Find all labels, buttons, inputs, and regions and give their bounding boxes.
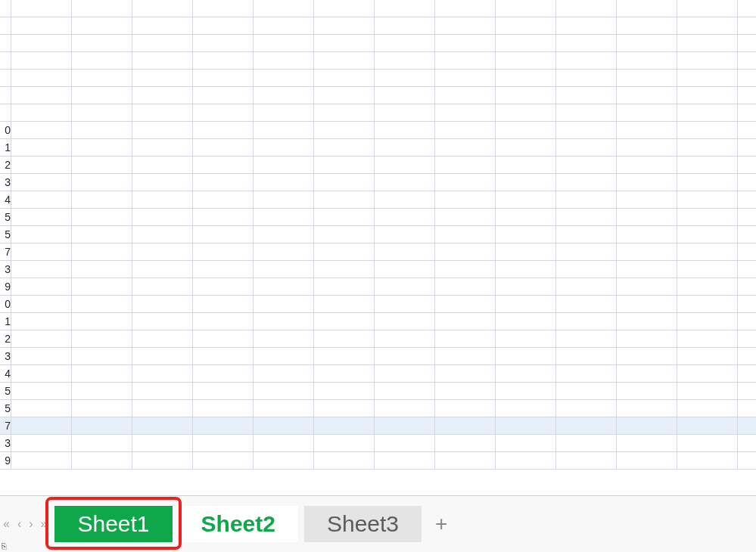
cell[interactable] <box>254 348 314 365</box>
cell[interactable] <box>496 35 556 52</box>
cell[interactable] <box>435 70 496 87</box>
cell[interactable] <box>617 191 677 209</box>
cell[interactable] <box>738 435 756 452</box>
cell[interactable] <box>254 174 314 191</box>
cell[interactable] <box>556 0 617 17</box>
cell[interactable] <box>738 122 756 139</box>
cell[interactable] <box>254 0 314 17</box>
cell[interactable] <box>375 157 435 174</box>
cell[interactable] <box>677 122 738 139</box>
cell[interactable] <box>193 174 254 191</box>
cell[interactable] <box>72 296 132 313</box>
add-sheet-button[interactable]: + <box>425 512 458 536</box>
cell[interactable] <box>617 330 677 348</box>
spreadsheet-row[interactable]: 1 <box>0 139 756 157</box>
cell[interactable] <box>496 104 556 122</box>
cell[interactable] <box>11 435 72 452</box>
cell[interactable] <box>738 365 756 383</box>
cell[interactable] <box>132 87 193 104</box>
cell[interactable] <box>435 209 496 226</box>
cell[interactable] <box>617 87 677 104</box>
cell[interactable] <box>254 261 314 278</box>
cell[interactable] <box>496 296 556 313</box>
cell[interactable] <box>617 157 677 174</box>
cell[interactable] <box>556 243 617 261</box>
cell[interactable] <box>677 261 738 278</box>
spreadsheet-row[interactable]: 9 <box>0 278 756 296</box>
cell[interactable] <box>193 243 254 261</box>
row-header[interactable]: 4 <box>0 365 11 383</box>
cell[interactable] <box>435 174 496 191</box>
cell[interactable] <box>11 383 72 400</box>
cell[interactable] <box>677 17 738 35</box>
row-header[interactable]: 1 <box>0 313 11 330</box>
cell[interactable] <box>738 313 756 330</box>
row-header[interactable] <box>0 17 11 35</box>
spreadsheet-row[interactable]: 4 <box>0 365 756 383</box>
cell[interactable] <box>11 209 72 226</box>
cell[interactable] <box>617 226 677 243</box>
cell[interactable] <box>11 348 72 365</box>
cell[interactable] <box>11 313 72 330</box>
cell[interactable] <box>435 278 496 296</box>
cell[interactable] <box>132 296 193 313</box>
cell[interactable] <box>738 226 756 243</box>
cell[interactable] <box>435 52 496 70</box>
cell[interactable] <box>556 35 617 52</box>
cell[interactable] <box>617 296 677 313</box>
cell[interactable] <box>496 365 556 383</box>
cell[interactable] <box>677 191 738 209</box>
cell[interactable] <box>375 452 435 470</box>
row-header[interactable]: 2 <box>0 157 11 174</box>
spreadsheet-row[interactable]: 7 <box>0 243 756 261</box>
cell[interactable] <box>677 296 738 313</box>
cell[interactable] <box>617 435 677 452</box>
cell[interactable] <box>193 139 254 157</box>
cell[interactable] <box>617 452 677 470</box>
cell[interactable] <box>617 104 677 122</box>
sheet-tab-sheet2[interactable]: Sheet2 <box>179 506 298 542</box>
cell[interactable] <box>375 70 435 87</box>
cell[interactable] <box>738 35 756 52</box>
cell[interactable] <box>375 87 435 104</box>
cell[interactable] <box>617 417 677 435</box>
cell[interactable] <box>617 383 677 400</box>
cell[interactable] <box>132 157 193 174</box>
cell[interactable] <box>11 87 72 104</box>
cell[interactable] <box>72 157 132 174</box>
cell[interactable] <box>132 278 193 296</box>
cell[interactable] <box>738 104 756 122</box>
cell[interactable] <box>254 330 314 348</box>
cell[interactable] <box>254 157 314 174</box>
cell[interactable] <box>617 174 677 191</box>
cell[interactable] <box>314 139 375 157</box>
cell[interactable] <box>496 139 556 157</box>
cell[interactable] <box>677 313 738 330</box>
cell[interactable] <box>375 122 435 139</box>
cell[interactable] <box>738 383 756 400</box>
cell[interactable] <box>193 365 254 383</box>
cell[interactable] <box>193 52 254 70</box>
row-header[interactable]: 7 <box>0 243 11 261</box>
cell[interactable] <box>72 400 132 417</box>
cell[interactable] <box>617 122 677 139</box>
cell[interactable] <box>314 296 375 313</box>
cell[interactable] <box>314 400 375 417</box>
row-header[interactable]: 0 <box>0 122 11 139</box>
row-header[interactable] <box>0 104 11 122</box>
cell[interactable] <box>375 52 435 70</box>
cell[interactable] <box>254 70 314 87</box>
cell[interactable] <box>677 35 738 52</box>
cell[interactable] <box>193 296 254 313</box>
cell[interactable] <box>496 313 556 330</box>
cell[interactable] <box>496 70 556 87</box>
cell[interactable] <box>435 348 496 365</box>
cell[interactable] <box>496 348 556 365</box>
cell[interactable] <box>72 313 132 330</box>
cell[interactable] <box>375 139 435 157</box>
cell[interactable] <box>193 330 254 348</box>
cell[interactable] <box>677 417 738 435</box>
cell[interactable] <box>254 104 314 122</box>
row-header[interactable]: 9 <box>0 278 11 296</box>
cell[interactable] <box>254 278 314 296</box>
